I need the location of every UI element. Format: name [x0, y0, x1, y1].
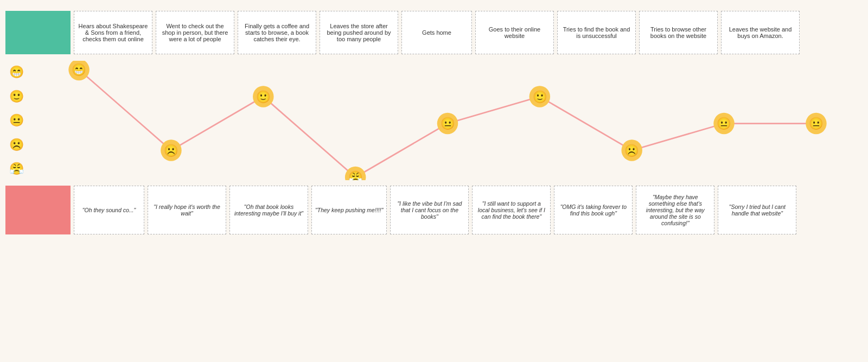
chart-emoji-5: 🙂 — [533, 89, 548, 104]
vibe-card-7: "Maybe they have something else that's i… — [636, 186, 714, 234]
chart-emoji-7: 😐 — [717, 116, 732, 131]
emotion-icon-3: ☹️ — [5, 139, 27, 151]
action-card-0: Hears about Shakespeare & Sons from a fr… — [74, 11, 152, 54]
emotion-icon-4: 😤 — [5, 163, 27, 175]
action-card-5: Goes to their online website — [475, 11, 554, 54]
emotion-icon-0: 😁 — [5, 66, 27, 78]
chart-emoji-2: 🙂 — [256, 89, 271, 104]
chart-emoji-3: 😤 — [348, 170, 363, 180]
vibe-label — [5, 186, 71, 234]
chart-emoji-1: ☹️ — [164, 143, 179, 157]
emotion-icon-1: 🙂 — [5, 91, 27, 103]
chart-emoji-8: 😐 — [809, 116, 824, 131]
vibe-card-3: "They keep pushing me!!!!" — [311, 186, 387, 234]
action-card-4: Gets home — [401, 11, 472, 54]
action-card-2: Finally gets a coffee and starts to brow… — [238, 11, 316, 54]
action-card-8: Leaves the website and buys on Amazon. — [721, 11, 800, 54]
action-card-3: Leaves the store after being pushed arou… — [320, 11, 398, 54]
vibe-row: "Oh they sound co...""I really hope it's… — [5, 186, 863, 234]
chart-emoji-6: ☹️ — [624, 143, 640, 157]
emotion-icon-2: 😐 — [5, 115, 27, 126]
vibe-card-4: "I like the vibe but I'm sad that I cant… — [390, 186, 469, 234]
action-card-7: Tries to browse other books on the websi… — [639, 11, 718, 54]
vibe-card-2: "Oh that book looks interesting maybe I'… — [229, 186, 308, 234]
action-card-1: Went to check out the shop in person, bu… — [156, 11, 234, 54]
emotion-chart: 😁☹️🙂😤😐🙂☹️😐😐 — [33, 61, 863, 180]
emotion-scale: 😁🙂😐☹️😤 — [5, 61, 27, 180]
page-container: Hears about Shakespeare & Sons from a fr… — [0, 0, 868, 362]
chart-canvas: 😁☹️🙂😤😐🙂☹️😐😐 — [33, 61, 863, 180]
chart-emoji-4: 😐 — [441, 116, 456, 131]
vibe-card-0: "Oh they sound co..." — [74, 186, 144, 234]
vibe-card-6: "OMG it's taking forever to find this bo… — [554, 186, 633, 234]
chart-area: 😁🙂😐☹️😤 😁☹️🙂😤😐🙂☹️😐😐 — [5, 61, 863, 180]
vibe-card-1: "I really hope it's worth the wait" — [148, 186, 226, 234]
chart-emoji-0: 😁 — [72, 62, 87, 77]
vibe-card-5: "I still want to support a local busines… — [472, 186, 551, 234]
action-label — [5, 11, 71, 54]
action-row: Hears about Shakespeare & Sons from a fr… — [5, 11, 863, 54]
vibe-card-8: "Sorry I tried but I cant handle that we… — [718, 186, 796, 234]
action-card-6: Tries to find the book and is unsuccessf… — [557, 11, 636, 54]
